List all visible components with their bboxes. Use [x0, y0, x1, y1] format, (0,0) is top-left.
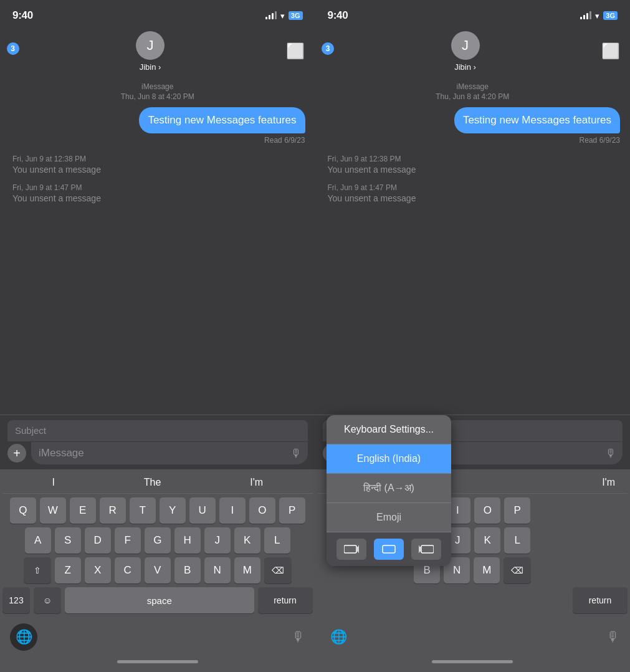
- popup-emoji[interactable]: Emoji: [327, 503, 451, 532]
- key-k[interactable]: K: [234, 527, 260, 554]
- back-button-left[interactable]: ‹ 3: [10, 45, 14, 57]
- keyboard-language-popup[interactable]: Keyboard Settings... English (India) हिन…: [327, 415, 451, 566]
- popup-keyboard-settings[interactable]: Keyboard Settings...: [327, 415, 451, 444]
- mic-icon-input-right: 🎙: [605, 447, 616, 460]
- key-d[interactable]: D: [85, 527, 111, 554]
- key-q[interactable]: Q: [10, 497, 36, 524]
- key-row-1-left: Q W E R T Y U I O P: [2, 497, 313, 524]
- key-x[interactable]: X: [85, 557, 111, 583]
- key-a[interactable]: A: [25, 527, 51, 554]
- back-badge-left: 3: [7, 42, 19, 55]
- contact-info-right[interactable]: J Jibin ›: [451, 31, 480, 72]
- event-timestamp3-right: Fri, Jun 9 at 1:47 PM: [325, 183, 621, 192]
- right-phone-panel: 9:40 ▾ 3G ‹ 3 J Jibin › ⬜ iMessage T: [315, 0, 631, 672]
- key-t[interactable]: T: [130, 497, 156, 524]
- input-area-left: Subject + iMessage 🎙: [0, 415, 315, 469]
- globe-icon-right[interactable]: 🌐: [325, 623, 353, 651]
- svg-rect-3: [383, 545, 395, 553]
- key-u[interactable]: U: [189, 497, 216, 524]
- suggestion-2-left[interactable]: The: [144, 477, 161, 488]
- key-y[interactable]: Y: [160, 497, 186, 524]
- event-text1-left: You unsent a message: [10, 165, 305, 175]
- key-o[interactable]: O: [249, 497, 275, 524]
- key-m[interactable]: M: [234, 557, 260, 583]
- key-n[interactable]: N: [204, 557, 231, 583]
- num-key-left[interactable]: 123: [2, 587, 30, 613]
- home-bar-right: [432, 660, 513, 663]
- suggestion-im-right[interactable]: I'm: [602, 477, 615, 488]
- message-textbox-left[interactable]: iMessage 🎙: [31, 442, 308, 464]
- key-row-2-left: A S D F G H J K L: [2, 527, 313, 554]
- key-s[interactable]: S: [55, 527, 81, 554]
- key-m-r[interactable]: M: [474, 557, 500, 583]
- imessage-label-left: iMessage: [10, 82, 305, 91]
- return-key-left[interactable]: return: [258, 587, 313, 613]
- status-time-right: 9:40: [328, 9, 348, 22]
- key-p-r[interactable]: P: [504, 497, 530, 524]
- key-v[interactable]: V: [145, 557, 171, 583]
- video-icon-left[interactable]: ⬜: [286, 42, 305, 60]
- key-w[interactable]: W: [40, 497, 66, 524]
- read-receipt-right: Read 6/9/23: [325, 136, 621, 145]
- imessage-label-right: iMessage: [325, 82, 621, 91]
- globe-button-left[interactable]: 🌐: [10, 623, 37, 651]
- mic-bottom-right[interactable]: 🎙: [606, 629, 620, 645]
- status-time-left: 9:40: [12, 9, 33, 22]
- status-icons-right: ▾ 3G: [580, 11, 618, 21]
- message-area-left: iMessage Thu, Jun 8 at 4:20 PM Testing n…: [0, 77, 315, 415]
- key-c[interactable]: C: [115, 557, 141, 583]
- mic-bottom-left[interactable]: 🎙: [292, 629, 305, 645]
- delete-key-right[interactable]: ⌫: [504, 557, 531, 583]
- key-g[interactable]: G: [145, 527, 171, 554]
- left-phone-panel: 9:40 ▾ 3G ‹ 3 J Jibin › ⬜ iMessage T: [0, 0, 315, 672]
- key-e[interactable]: E: [70, 497, 96, 524]
- message-bubble-left: Testing new Messages features: [139, 107, 305, 133]
- key-l[interactable]: L: [264, 527, 290, 554]
- bottom-bar-right: 🌐 🎙: [315, 620, 631, 653]
- delete-key-left[interactable]: ⌫: [264, 557, 292, 583]
- contact-name-right: Jibin ›: [454, 62, 476, 72]
- wifi-icon-left: ▾: [280, 11, 285, 21]
- signal-icon-right: [580, 12, 591, 19]
- home-bar-left: [117, 660, 198, 663]
- suggestion-1-left[interactable]: I: [52, 477, 54, 488]
- contact-info-left[interactable]: J Jibin ›: [136, 31, 165, 72]
- popup-hindi[interactable]: हिन्दी (A→अ): [327, 474, 451, 503]
- video-icon-right[interactable]: ⬜: [601, 42, 620, 60]
- kb-right-control[interactable]: [411, 539, 441, 560]
- svg-rect-4: [421, 545, 434, 553]
- return-key-right[interactable]: return: [573, 587, 628, 613]
- key-l-r[interactable]: L: [504, 527, 530, 554]
- key-k-r[interactable]: K: [474, 527, 500, 554]
- space-key-left[interactable]: space: [65, 587, 254, 613]
- contact-name-left: Jibin ›: [140, 62, 161, 72]
- back-button-right[interactable]: ‹ 3: [325, 45, 330, 57]
- message-input-row-left: + iMessage 🎙: [7, 442, 308, 464]
- battery-right: 3G: [603, 11, 618, 20]
- key-row-4-right: return: [318, 587, 628, 613]
- plus-button-left[interactable]: +: [7, 444, 26, 463]
- key-b[interactable]: B: [174, 557, 201, 583]
- keyboard-suggestions-left: I The I'm: [2, 474, 313, 494]
- kb-center-control[interactable]: [374, 539, 404, 560]
- subject-row-left: Subject: [7, 420, 308, 441]
- key-i[interactable]: I: [219, 497, 246, 524]
- key-j[interactable]: J: [204, 527, 231, 554]
- key-r[interactable]: R: [100, 497, 126, 524]
- key-row-3-left: ⇧ Z X C V B N M ⌫: [2, 557, 313, 583]
- emoji-key-left[interactable]: ☺: [34, 587, 61, 613]
- key-f[interactable]: F: [115, 527, 141, 554]
- nav-bar-left: ‹ 3 J Jibin › ⬜: [0, 27, 315, 77]
- key-z[interactable]: Z: [55, 557, 81, 583]
- subject-label-left: Subject: [15, 425, 46, 436]
- suggestion-3-left[interactable]: I'm: [250, 477, 263, 488]
- status-icons-left: ▾ 3G: [265, 11, 303, 21]
- event-text1-right: You unsent a message: [325, 165, 621, 175]
- key-p[interactable]: P: [279, 497, 305, 524]
- key-o-r[interactable]: O: [474, 497, 500, 524]
- kb-left-control[interactable]: [336, 539, 366, 560]
- shift-key-left[interactable]: ⇧: [24, 557, 51, 583]
- message-area-right: iMessage Thu, Jun 8 at 4:20 PM Testing n…: [315, 77, 631, 415]
- popup-english-india[interactable]: English (India): [327, 444, 451, 474]
- key-h[interactable]: H: [174, 527, 201, 554]
